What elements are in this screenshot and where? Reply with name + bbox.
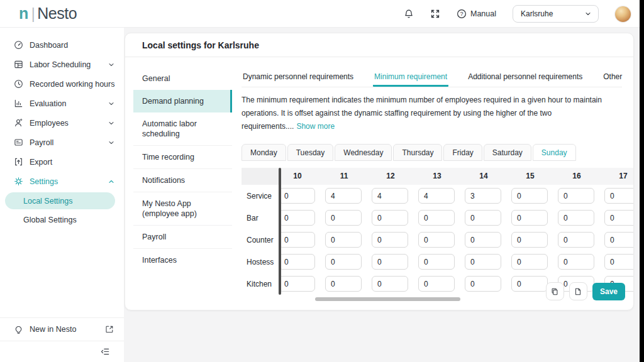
sidebar-subitem-label: Global Settings	[23, 216, 77, 224]
requirement-input[interactable]	[418, 276, 455, 292]
requirement-input[interactable]	[558, 188, 594, 204]
table-row-hostess: Hostess	[242, 251, 634, 273]
fullscreen-icon[interactable]	[430, 9, 440, 19]
requirement-input[interactable]	[325, 254, 362, 270]
requirement-input[interactable]	[279, 188, 315, 204]
settings-nav-automatic-labor-scheduling[interactable]: Automatic labor scheduling	[133, 112, 232, 145]
requirement-input[interactable]	[604, 210, 634, 226]
day-tab-sunday[interactable]: Sunday	[533, 144, 576, 161]
settings-nav-general[interactable]: General	[133, 67, 232, 90]
requirement-input[interactable]	[372, 254, 408, 270]
sidebar-item-payroll[interactable]: Payroll	[0, 133, 124, 152]
requirement-input[interactable]	[325, 188, 362, 204]
day-tab-friday[interactable]: Friday	[443, 144, 482, 161]
requirement-input[interactable]	[279, 254, 315, 270]
sidebar-item-label: Labor Scheduling	[30, 60, 108, 69]
requirement-input[interactable]	[372, 210, 408, 226]
export-icon	[14, 157, 23, 167]
table-corner-cell	[242, 168, 279, 185]
location-select[interactable]: Karlsruhe	[513, 5, 599, 23]
requirement-input[interactable]	[325, 232, 362, 248]
requirement-input[interactable]	[325, 276, 362, 292]
requirement-tabs: Dynamic personnel requirements Minimum r…	[242, 70, 622, 87]
new-in-nesto-link[interactable]: New in Nesto	[0, 317, 124, 341]
sidebar-item-employees[interactable]: Employees	[0, 113, 124, 133]
bell-icon[interactable]	[404, 9, 414, 19]
clock-icon	[14, 79, 23, 89]
requirement-input[interactable]	[279, 232, 315, 248]
tab-dynamic-personnel-requirements[interactable]: Dynamic personnel requirements	[242, 70, 355, 87]
requirement-input[interactable]	[465, 232, 501, 248]
day-tab-tuesday[interactable]: Tuesday	[287, 144, 334, 161]
requirement-input[interactable]	[511, 276, 548, 292]
settings-nav-notifications[interactable]: Notifications	[133, 168, 232, 192]
paste-button[interactable]	[569, 282, 587, 300]
copy-button[interactable]	[546, 282, 564, 300]
settings-nav-payroll[interactable]: Payroll	[133, 225, 232, 248]
requirement-input[interactable]	[604, 188, 634, 204]
row-label: Kitchen	[242, 273, 279, 295]
requirement-input[interactable]	[372, 276, 408, 292]
requirement-input[interactable]	[279, 276, 315, 292]
tab-minimum-requirement[interactable]: Minimum requirement	[373, 70, 448, 87]
sidebar-item-settings[interactable]: Settings	[0, 172, 124, 191]
requirement-input[interactable]	[604, 232, 634, 248]
day-tab-wednesday[interactable]: Wednesday	[335, 144, 392, 161]
topbar: n|Nesto ? Manual Karlsruhe	[0, 0, 640, 28]
app-window: n|Nesto ? Manual Karlsruhe Dash	[0, 0, 644, 362]
show-more-link[interactable]: Show more	[296, 122, 335, 131]
sidebar-item-labor-scheduling[interactable]: Labor Scheduling	[0, 55, 124, 74]
sidebar-item-export[interactable]: Export	[0, 152, 124, 172]
payslip-icon	[14, 138, 23, 147]
requirement-input[interactable]	[372, 232, 408, 248]
requirement-input[interactable]	[418, 210, 455, 226]
gear-icon	[14, 177, 23, 186]
tab-other[interactable]: Other	[602, 70, 623, 87]
requirement-input[interactable]	[279, 210, 315, 226]
settings-nav-interfaces[interactable]: Interfaces	[133, 248, 232, 272]
requirement-input[interactable]	[511, 210, 548, 226]
horizontal-scrollbar[interactable]	[315, 297, 460, 301]
day-tab-monday[interactable]: Monday	[242, 144, 286, 161]
requirement-input[interactable]	[465, 276, 501, 292]
tab-additional-personnel-requirements[interactable]: Additional personnel requirements	[467, 70, 584, 87]
save-button[interactable]: Save	[592, 283, 625, 300]
requirement-input[interactable]	[465, 210, 501, 226]
settings-nav-demand-planning[interactable]: Demand planning	[133, 90, 232, 112]
requirement-input[interactable]	[372, 188, 408, 204]
hour-header: 13	[414, 168, 460, 185]
requirement-input[interactable]	[418, 232, 455, 248]
settings-nav-my-nesto-app[interactable]: My Nesto App (employee app)	[133, 192, 232, 225]
sidebar-item-dashboard[interactable]: Dashboard	[0, 35, 124, 55]
row-label: Bar	[242, 207, 279, 229]
table-actions: Save	[546, 282, 625, 300]
requirement-input[interactable]	[558, 232, 594, 248]
requirement-input[interactable]	[511, 254, 548, 270]
table-row-counter: Counter	[242, 229, 634, 251]
chevron-up-icon	[108, 178, 115, 185]
requirement-input[interactable]	[465, 254, 501, 270]
sidebar-item-evaluation[interactable]: Evaluation	[0, 94, 124, 113]
sidebar-item-recorded-working-hours[interactable]: Recorded working hours	[0, 74, 124, 94]
manual-link[interactable]: ? Manual	[457, 9, 496, 19]
topbar-actions: ? Manual Karlsruhe	[404, 0, 631, 28]
requirement-input[interactable]	[465, 188, 501, 204]
collapse-sidebar-icon[interactable]	[101, 347, 110, 356]
bar-chart-icon	[14, 99, 23, 108]
sidebar-subitem-global-settings[interactable]: Global Settings	[0, 211, 124, 229]
day-tab-saturday[interactable]: Saturday	[484, 144, 531, 161]
requirement-input[interactable]	[511, 232, 548, 248]
requirement-input[interactable]	[325, 210, 362, 226]
nesto-logo[interactable]: n|Nesto	[19, 4, 77, 23]
day-tab-thursday[interactable]: Thursday	[393, 144, 442, 161]
requirement-input[interactable]	[604, 254, 634, 270]
requirement-input[interactable]	[418, 188, 455, 204]
page-title: Local settings for Karlsruhe	[125, 33, 633, 57]
requirement-input[interactable]	[511, 188, 548, 204]
requirement-input[interactable]	[418, 254, 455, 270]
sidebar-subitem-local-settings[interactable]: Local Settings	[5, 192, 115, 209]
settings-nav-time-recording[interactable]: Time recording	[133, 145, 232, 168]
requirement-input[interactable]	[558, 254, 594, 270]
user-avatar[interactable]	[615, 6, 631, 22]
requirement-input[interactable]	[558, 210, 594, 226]
